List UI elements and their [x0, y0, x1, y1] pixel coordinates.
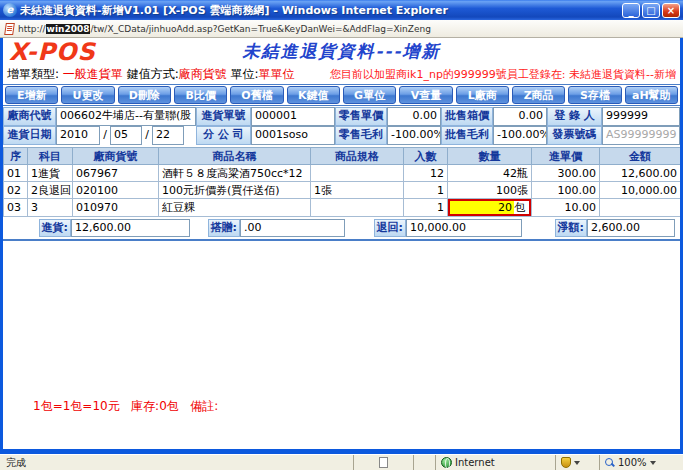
col-spec: 商品規格 — [311, 148, 404, 165]
cell-quantity: 100張 — [448, 182, 532, 199]
cell-unit-price: 10.00 — [532, 199, 600, 217]
retail-margin-label: 零售毛利 — [335, 126, 387, 145]
cell-spec — [311, 165, 404, 182]
col-qty-in: 入數 — [404, 148, 448, 165]
page-title: 未結進退貨資料---增新 — [133, 40, 550, 63]
invoice-no-label: 發票號碼 — [547, 126, 602, 145]
key-value-button[interactable]: K鍵值 — [287, 86, 340, 104]
branch-input[interactable]: 0001soso — [251, 126, 335, 145]
product-button[interactable]: Z商品 — [512, 86, 565, 104]
cell-vendor-code: 020100 — [73, 182, 159, 199]
quantity-input[interactable]: 20 — [450, 201, 514, 214]
content-spacer — [3, 241, 680, 398]
add-button[interactable]: E增新 — [5, 86, 58, 104]
shield-icon — [561, 457, 571, 468]
minimize-button[interactable]: _ — [622, 3, 640, 18]
login-info: 您目前以加盟商ik1_np的999999號員工登錄在: 未結進退貨資料--新增 — [330, 67, 676, 82]
cell-seq: 01 — [4, 165, 28, 182]
cell-amount: 12,600.00 — [600, 165, 681, 182]
update-button[interactable]: U更改 — [61, 86, 114, 104]
ie-icon: e — [3, 3, 17, 17]
check-qty-button[interactable]: V查量 — [399, 86, 452, 104]
chevron-down-icon — [650, 461, 656, 465]
unit-button[interactable]: G單位 — [343, 86, 396, 104]
item-stock-note: 1包=1包=10元 庫存:0包 備註: — [33, 398, 680, 415]
vendor-code-input[interactable]: 006602牛埔店--有量聯(股 — [56, 107, 196, 126]
order-no-label: 進貨單號 — [196, 107, 251, 126]
cell-subject: 1進貨 — [28, 165, 73, 182]
cell-product-name: 100元折價券(買仟送佰) — [159, 182, 311, 199]
document-icon — [379, 457, 388, 468]
protected-mode-menu[interactable] — [555, 455, 599, 470]
type-value: 一般進貨單 — [63, 67, 123, 81]
key-label: 鍵值方式: — [123, 67, 179, 81]
help-button[interactable]: aH幫助 — [625, 86, 678, 104]
cell-qty-in: 12 — [404, 165, 448, 182]
page-content: X-POS 未結進退貨資料---增新 增單類型: 一般進貨單 鍵值方式:廠商貨號… — [3, 38, 680, 449]
compare-price-button[interactable]: B比價 — [174, 86, 227, 104]
security-zone: Internet — [435, 455, 555, 470]
table-header-row: 序 科目 廠商貨號 商品名稱 商品規格 入數 數量 進單價 金額 — [4, 148, 681, 165]
cell-amount — [600, 199, 681, 217]
totals-row: 進貨: 12,600.00 搭贈: .00 退回: 10,000.00 淨額: … — [3, 217, 680, 241]
date-month-input[interactable]: 05 — [110, 126, 142, 145]
cell-seq: 03 — [4, 199, 28, 217]
branch-label: 分 公 司 — [196, 126, 251, 145]
cell-subject: 2良退回 — [28, 182, 73, 199]
retail-margin-value: -100.00% — [387, 126, 441, 145]
table-row[interactable]: 01 1進貨 067967 酒軒５８度高粱酒750cc*12 12 42瓶 30… — [4, 165, 681, 182]
cell-quantity-editing: 20 包 — [448, 199, 532, 217]
cell-seq: 02 — [4, 182, 28, 199]
col-seq: 序 — [4, 148, 28, 165]
wholesale-box-price-value: 0.00 — [493, 107, 547, 126]
form-row-1: 廠商代號 006602牛埔店--有量聯(股 進貨單號 000001 零售單價 0… — [3, 107, 680, 126]
doc-type-info: 增單類型: 一般進貨單 鍵值方式:廠商貨號 單位:單單位 — [7, 66, 295, 83]
order-no-input[interactable]: 000001 — [251, 107, 335, 126]
save-button[interactable]: S存檔 — [568, 86, 621, 104]
quantity-edit-box: 20 包 — [448, 199, 531, 216]
cell-subject: 3 — [28, 199, 73, 217]
zoom-level: 100% — [618, 457, 647, 468]
cell-vendor-code: 067967 — [73, 165, 159, 182]
old-file-button[interactable]: O舊檔 — [230, 86, 283, 104]
type-label: 增單類型: — [7, 67, 63, 81]
col-unit-price: 進單價 — [532, 148, 600, 165]
cell-product-name: 酒軒５８度高粱酒750cc*12 — [159, 165, 311, 182]
url-prefix: http:// — [18, 24, 46, 34]
date-year-input[interactable]: 2010 — [56, 126, 100, 145]
chevron-down-icon — [574, 461, 580, 465]
maximize-button[interactable]: □ — [642, 3, 660, 18]
cell-quantity: 42瓶 — [448, 165, 532, 182]
col-product-name: 商品名稱 — [159, 148, 311, 165]
cell-spec — [311, 199, 404, 217]
table-row[interactable]: 03 3 010970 紅豆粿 1 20 包 10.00 — [4, 199, 681, 217]
zone-label: Internet — [455, 457, 495, 468]
return-total-value: 10,000.00 — [406, 219, 522, 237]
zoom-control[interactable]: 100% — [599, 455, 683, 470]
xpos-logo: X-POS — [3, 39, 133, 65]
vendor-button[interactable]: L廠商 — [456, 86, 509, 104]
cell-vendor-code: 010970 — [73, 199, 159, 217]
close-button[interactable]: × — [662, 3, 680, 18]
invoice-no-input[interactable]: AS99999999 — [602, 126, 680, 145]
gift-total-label: 搭贈: — [208, 219, 240, 237]
status-text: 完成 — [0, 455, 353, 470]
address-url[interactable]: http://win2008/tw/X_CData/jinhuoAdd.asp?… — [18, 24, 431, 34]
date-separator: / — [142, 126, 152, 145]
page-header: X-POS 未結進退貨資料---增新 — [3, 38, 680, 65]
browser-window: e 未結進退貨資料-新增V1.01 [X-POS 雲端商務網] - Window… — [0, 0, 683, 470]
unit-label: 單位: — [227, 67, 259, 81]
col-vendor-code: 廠商貨號 — [73, 148, 159, 165]
address-bar[interactable]: http://win2008/tw/X_CData/jinhuoAdd.asp?… — [0, 20, 683, 38]
operator-input[interactable]: 999999 — [602, 107, 680, 126]
date-day-input[interactable]: 22 — [152, 126, 184, 145]
purchase-total-value: 12,600.00 — [71, 219, 190, 237]
url-path: /tw/X_CData/jinhuoAdd.asp?GetKan=True&Ke… — [90, 24, 431, 34]
wholesale-margin-value: -100.00% — [493, 126, 547, 145]
gift-total-value: .00 — [240, 219, 345, 237]
cell-amount: 10,000.00 — [600, 182, 681, 199]
table-row[interactable]: 02 2良退回 020100 100元折價券(買仟送佰) 1張 1 100張 1… — [4, 182, 681, 199]
status-empty-section — [413, 455, 435, 470]
delete-button[interactable]: D刪除 — [118, 86, 171, 104]
net-total-value: 2,600.00 — [587, 219, 675, 237]
